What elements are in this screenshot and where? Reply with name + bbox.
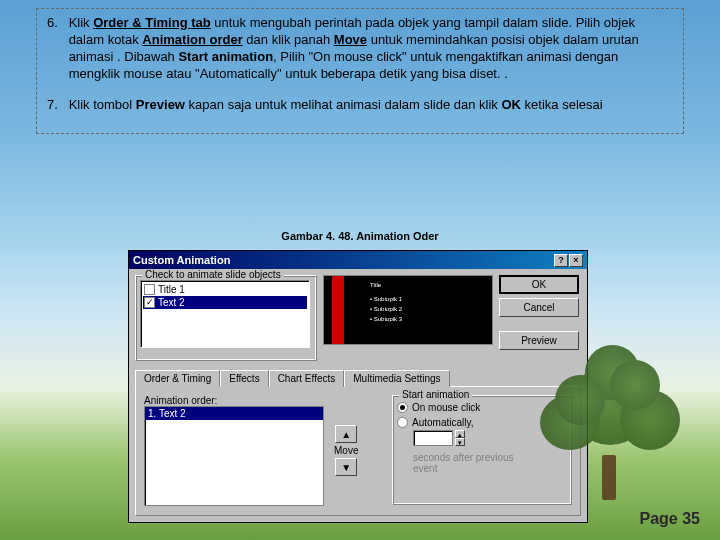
preview-text: Title xyxy=(370,282,381,288)
list-item[interactable]: 1. Text 2 xyxy=(145,407,323,420)
dialog-title: Custom Animation xyxy=(133,254,230,266)
instruction-box: 6. Klik Order & Timing tab untuk menguba… xyxy=(36,8,684,134)
dialog-titlebar[interactable]: Custom Animation ? × xyxy=(129,251,587,269)
order-timing-panel: Animation order: 1. Text 2 ▲ Move ▼ Star… xyxy=(135,386,581,516)
page-number: Page 35 xyxy=(640,510,700,528)
ok-button[interactable]: OK xyxy=(499,275,579,294)
list-item[interactable]: ✓ Text 2 xyxy=(143,296,307,309)
move-label: Move xyxy=(334,445,358,456)
spin-up-button[interactable]: ▴ xyxy=(455,430,465,438)
tab-multimedia[interactable]: Multimedia Settings xyxy=(344,370,449,387)
checkbox-icon[interactable] xyxy=(144,284,155,295)
start-animation-label: Start animation xyxy=(399,389,472,400)
tab-order-timing[interactable]: Order & Timing xyxy=(135,370,220,387)
radio-icon[interactable] xyxy=(397,417,408,428)
close-button[interactable]: × xyxy=(569,254,583,267)
step-6: 6. Klik Order & Timing tab untuk menguba… xyxy=(47,15,673,83)
spin-down-button[interactable]: ▾ xyxy=(455,438,465,446)
tree-decoration xyxy=(540,340,680,500)
slide-preview: Title • Subtopik 1 • Subtopik 2 • Subtop… xyxy=(323,275,493,345)
step-7-number: 7. xyxy=(47,97,65,114)
step-7-text: Klik tombol Preview kapan saja untuk mel… xyxy=(69,97,669,114)
animation-order-label: Animation order: xyxy=(144,395,382,406)
preview-text: • Subtopik 1 xyxy=(370,296,402,302)
help-button[interactable]: ? xyxy=(554,254,568,267)
step-6-text: Klik Order & Timing tab untuk mengubah p… xyxy=(69,15,669,83)
step-7: 7. Klik tombol Preview kapan saja untuk … xyxy=(47,97,673,114)
tab-effects[interactable]: Effects xyxy=(220,370,268,387)
radio-label: On mouse click xyxy=(412,402,480,413)
object-label: Text 2 xyxy=(158,297,185,308)
checkbox-icon[interactable]: ✓ xyxy=(144,297,155,308)
figure-caption: Gambar 4. 48. Animation Oder xyxy=(0,230,720,242)
slide-objects-list[interactable]: Title 1 ✓ Text 2 xyxy=(140,280,310,348)
move-up-button[interactable]: ▲ xyxy=(335,425,357,443)
chevron-up-icon: ▲ xyxy=(341,429,351,440)
animation-order-list[interactable]: 1. Text 2 xyxy=(144,406,324,506)
cancel-button[interactable]: Cancel xyxy=(499,298,579,317)
step-6-number: 6. xyxy=(47,15,65,32)
objects-group-label: Check to animate slide objects xyxy=(142,269,284,280)
radio-icon[interactable] xyxy=(397,402,408,413)
objects-group: Check to animate slide objects Title 1 ✓… xyxy=(135,275,317,361)
list-item[interactable]: Title 1 xyxy=(143,283,307,296)
move-down-button[interactable]: ▼ xyxy=(335,458,357,476)
preview-text: • Subtopik 2 xyxy=(370,306,402,312)
custom-animation-dialog: Custom Animation ? × Check to animate sl… xyxy=(128,250,588,523)
object-label: Title 1 xyxy=(158,284,185,295)
seconds-input[interactable] xyxy=(413,430,453,446)
tab-strip: Order & Timing Effects Chart Effects Mul… xyxy=(135,369,581,386)
radio-label: Automatically, xyxy=(412,417,474,428)
tab-chart-effects[interactable]: Chart Effects xyxy=(269,370,345,387)
chevron-down-icon: ▼ xyxy=(341,462,351,473)
preview-text: • Subtopik 3 xyxy=(370,316,402,322)
